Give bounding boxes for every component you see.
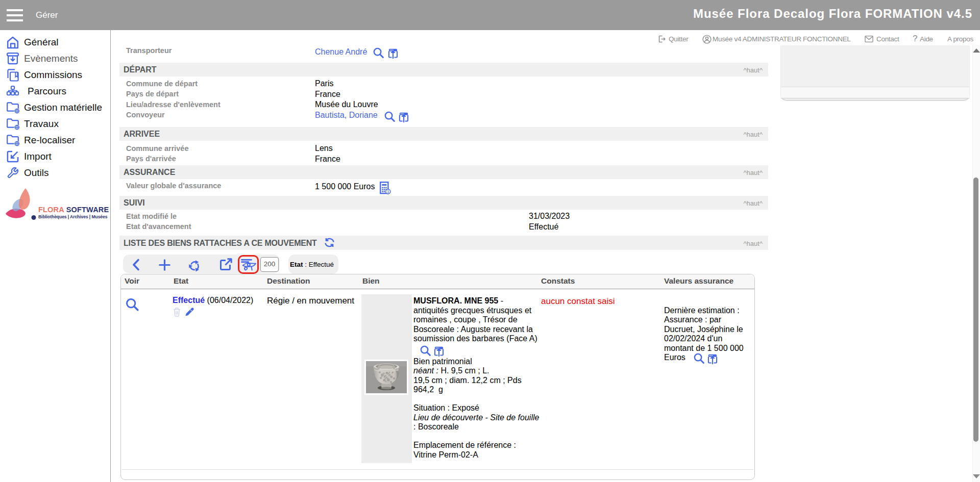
svg-text:1: 1 bbox=[387, 190, 389, 193]
